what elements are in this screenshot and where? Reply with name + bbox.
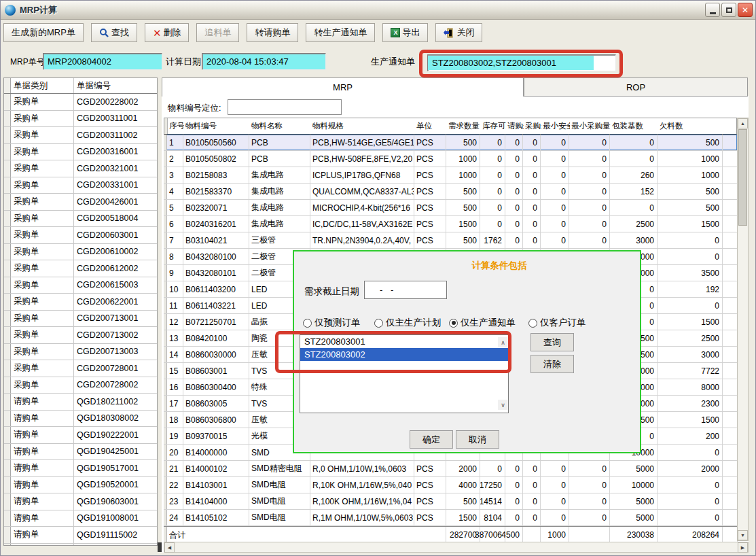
column-header[interactable]: 包装基数 xyxy=(611,121,658,131)
table-row[interactable]: 3B02158083集成电路ICPLUS,IP178G,QFN68PCS1000… xyxy=(164,167,737,184)
splitter-handle[interactable] xyxy=(158,542,162,552)
data-cell: B0860030000 xyxy=(183,347,249,362)
column-header[interactable]: 单位 xyxy=(415,121,447,131)
table-row[interactable]: 请购单QGD190222001 xyxy=(4,427,157,444)
table-row[interactable]: 请购单QGD191117001 xyxy=(4,544,157,546)
table-row[interactable]: 请购单QGD191115002 xyxy=(4,527,157,544)
table-row[interactable]: 采购单CGD200728002 xyxy=(4,377,157,394)
data-cell: 0 xyxy=(658,477,723,493)
table-row[interactable]: 请购单QGD190425001 xyxy=(4,444,157,461)
column-header[interactable]: 物料规格 xyxy=(311,121,415,131)
column-header[interactable]: 物料编号 xyxy=(184,121,250,131)
table-row[interactable]: 23B14104000SMD电阻R,100K OHM,1/16W,1%,04PC… xyxy=(164,493,737,510)
table-row[interactable]: 22B14103001SMD电阻R,10K OHM,1/16W,5%,040PC… xyxy=(164,477,737,493)
toolbar-button-label: 转生产通知单 xyxy=(314,27,367,39)
column-header[interactable]: 库存可用量 xyxy=(481,121,506,131)
table-row[interactable]: 请购单QGD190517001 xyxy=(4,460,157,477)
table-row[interactable]: 采购单CGD200728001 xyxy=(4,360,157,377)
data-cell: R,0 OHM,1/10W,1%,0603 xyxy=(310,461,414,476)
table-row[interactable]: 请购单QGD190603001 xyxy=(4,493,157,510)
table-row[interactable]: 请购单QGD190520001 xyxy=(4,477,157,494)
column-header[interactable]: 最小安全库存 xyxy=(541,121,570,131)
table-row[interactable]: 采购单CGD200713002 xyxy=(4,327,157,344)
data-cell: 集成电路 xyxy=(249,216,310,232)
filler-cell xyxy=(723,363,738,379)
data-cell: 0 xyxy=(569,493,610,509)
toolbar-button-2[interactable]: 查找 xyxy=(91,23,137,42)
column-header[interactable]: 采购未入库 xyxy=(524,121,541,131)
cancel-button[interactable]: 取消 xyxy=(456,430,499,449)
clear-button[interactable]: 清除 xyxy=(530,355,574,373)
demand-cutoff-date-input[interactable]: - - xyxy=(364,281,447,299)
material-locate-input[interactable] xyxy=(228,99,342,115)
radio-1[interactable]: 仅预测订单 xyxy=(303,317,361,329)
table-row[interactable]: 4B021583370集成电路QUALCOMM,QCA8337-AL3PCS50… xyxy=(164,184,737,200)
horizontal-scrollbar[interactable]: ◀ ▶ xyxy=(164,542,749,553)
table-row[interactable]: 采购单CGD200610002 xyxy=(4,244,157,261)
radio-2[interactable]: 仅主生产计划 xyxy=(374,317,441,329)
data-cell: B0240316201 xyxy=(183,216,249,232)
table-row[interactable]: 请购单QGD191008001 xyxy=(4,510,157,527)
data-cell: 1000 xyxy=(658,167,723,183)
table-row[interactable]: 采购单CGD200321001 xyxy=(4,160,157,177)
table-row[interactable]: 采购单CGD200426001 xyxy=(4,194,157,211)
table-row[interactable]: 6B0240316201集成电路IC,DC/DC,11-58V,AX3162EP… xyxy=(164,216,737,232)
table-row[interactable]: 采购单CGD200311001 xyxy=(4,111,157,128)
table-row[interactable]: 请购单QGD180308002 xyxy=(4,411,157,428)
calc-date-field[interactable]: 2020-08-04 15:03:47 xyxy=(202,53,326,70)
scroll-left-button[interactable]: ◀ xyxy=(164,542,175,553)
toolbar-button-3[interactable]: ✕删除 xyxy=(145,23,190,42)
table-row[interactable]: 21B14000102SMD精密电阻R,0 OHM,1/10W,1%,0603P… xyxy=(164,461,737,477)
table-row[interactable]: 采购单CGD200615003 xyxy=(4,277,157,294)
data-cell: 0 xyxy=(480,216,505,232)
column-header[interactable]: 欠料数 xyxy=(658,121,723,131)
table-row[interactable]: 采购单CGD200713001 xyxy=(4,311,157,328)
tab-rop[interactable]: ROP xyxy=(524,77,748,97)
table-row[interactable]: 5B02320071集成电路MICROCHIP,4-Kbit(256*16PCS… xyxy=(164,200,737,216)
toolbar-button-8[interactable]: 关闭 xyxy=(435,23,482,42)
table-row[interactable]: 采购单CGD200713003 xyxy=(4,344,157,361)
table-row[interactable]: 采购单CGD200518004 xyxy=(4,211,157,228)
table-row[interactable]: 采购单CGD200316001 xyxy=(4,144,157,161)
table-row[interactable]: 请购单QGD180211002 xyxy=(4,394,157,411)
toolbar-button-7[interactable]: X导出 xyxy=(382,23,428,42)
doc-no-header[interactable]: 单据编号 xyxy=(74,78,157,93)
column-header[interactable]: 需求数量 xyxy=(447,121,481,131)
table-row[interactable]: 7B03104021三极管TR.NPN,2N3904,0.2A,40V,PCS5… xyxy=(164,232,737,249)
radio-4[interactable]: 仅客户订单 xyxy=(528,317,586,329)
mrp-no-field[interactable]: MRP200804002 xyxy=(43,53,162,70)
ok-button[interactable]: 确定 xyxy=(410,430,453,449)
vertical-scrollbar[interactable]: ▲ ▼ xyxy=(737,118,749,541)
table-row[interactable]: 采购单CGD200622001 xyxy=(4,294,157,311)
data-cell: 0 xyxy=(523,200,541,215)
maximize-button[interactable] xyxy=(721,3,736,17)
column-header[interactable]: 最小采购量 xyxy=(570,121,611,131)
total-value-cell: 1000 xyxy=(541,527,569,543)
column-header[interactable]: 请购未采购 xyxy=(506,121,524,131)
scroll-down-button[interactable]: ▼ xyxy=(738,530,748,540)
toolbar-button-1[interactable]: 生成新的MRP单 xyxy=(3,23,84,42)
table-row[interactable]: 1B0105050560PCBPCB,HW-514GE,GE5/4GE1PCS5… xyxy=(164,135,737,151)
column-header[interactable]: 物料名称 xyxy=(250,121,311,131)
table-row[interactable]: 采购单CGD200603001 xyxy=(4,227,157,244)
table-row[interactable]: 24B14105102SMD电阻R,1M OHM,1/10W,5%,0603PC… xyxy=(164,510,737,526)
close-button[interactable]: ✕ xyxy=(738,3,753,17)
list-scroll-down-icon[interactable]: ∨ xyxy=(498,400,508,410)
table-row[interactable]: 采购单CGD200331001 xyxy=(4,177,157,194)
toolbar-button-6[interactable]: 转生产通知单 xyxy=(306,23,375,42)
scroll-right-button[interactable]: ▶ xyxy=(738,542,748,553)
query-button[interactable]: 查询 xyxy=(530,333,574,351)
column-header[interactable]: 序号 xyxy=(168,121,184,131)
minimize-button[interactable] xyxy=(705,3,720,17)
table-row[interactable]: 采购单CGD200612002 xyxy=(4,260,157,277)
table-row[interactable]: 采购单CGD200311002 xyxy=(4,127,157,144)
doc-type-header[interactable]: 单据类别 xyxy=(11,78,74,93)
scroll-up-button[interactable]: ▲ xyxy=(738,118,748,128)
toolbar-button-4[interactable]: 追料单 xyxy=(196,23,239,42)
tab-mrp[interactable]: MRP xyxy=(162,77,524,97)
table-row[interactable]: 采购单CGD200228002 xyxy=(4,94,157,111)
radio-3[interactable]: 仅生产通知单 xyxy=(449,317,516,329)
toolbar-button-5[interactable]: 转请购单 xyxy=(247,23,298,42)
table-row[interactable]: 2B0105050802PCBPCB,HW-508FE,8FE,V2,20PCS… xyxy=(164,151,737,167)
vertical-scroll-thumb[interactable] xyxy=(738,129,747,226)
